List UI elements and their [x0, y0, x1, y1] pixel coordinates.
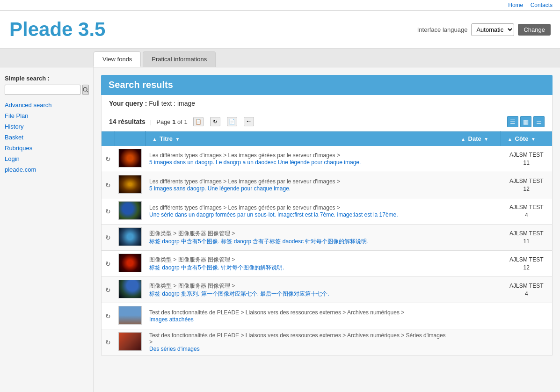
tab-practical-info[interactable]: Pratical informations — [143, 51, 216, 67]
row-title-link[interactable]: 标签 daogrp 中含有5个图像. 针对每个图像的解释说明. — [149, 264, 284, 271]
col-date-label: Date — [468, 135, 481, 142]
cote-value: AJLSM TEST12 — [505, 177, 549, 193]
row-action[interactable]: ↻ — [102, 146, 115, 172]
row-title-cell: Test des fonctionnalités de PLEADE > Lia… — [145, 303, 454, 329]
page-of: of — [177, 118, 182, 125]
row-thumbnail — [115, 172, 145, 198]
content-area: Search results Your query : Full text : … — [94, 67, 560, 392]
sidebar-item-advanced-search[interactable]: Advanced search — [5, 102, 88, 109]
pagination-left: 14 résultats | Page 1 of 1 📋 ↻ 📄 ↼ — [109, 117, 255, 126]
row-action[interactable]: ↻ — [102, 329, 115, 356]
col-title-header[interactable]: ▲ Titre ▼ — [145, 131, 454, 146]
sidebar: Simple search : Advanced search File Pla… — [0, 67, 94, 392]
basket-add-icon[interactable]: ↻ — [105, 181, 111, 189]
view-list-button[interactable]: ☰ — [507, 116, 518, 127]
cote-value: AJLSM TEST12 — [505, 256, 549, 272]
thumbnail-image — [118, 306, 142, 325]
row-breadcrumb: Les différents types d'images > Les imag… — [149, 178, 451, 185]
tab-bar: View fonds Pratical informations — [0, 49, 560, 67]
row-title-link[interactable]: Des séries d'images — [149, 346, 200, 352]
main-layout: Simple search : Advanced search File Pla… — [0, 67, 560, 392]
change-button[interactable]: Change — [518, 24, 551, 36]
cote-value: AJLSM TEST11 — [505, 151, 549, 167]
basket-add-icon[interactable]: ↻ — [105, 286, 111, 294]
row-title-link[interactable]: 5 images sans daogrp. Une légende pour c… — [149, 185, 291, 192]
col-date-header[interactable]: ▲ Date ▼ — [454, 131, 501, 146]
row-breadcrumb: Test des fonctionnalités de PLEADE > Lia… — [149, 309, 451, 316]
table-row: ↻ Les différents types d'images > Les im… — [102, 146, 553, 172]
sidebar-item-history[interactable]: History — [5, 123, 88, 130]
col-cote-label: Côte — [515, 135, 529, 142]
row-date — [454, 172, 501, 198]
home-link[interactable]: Home — [508, 2, 523, 8]
row-title-cell: 图像类型 > 图像服务器 图像管理 > 标签 daogrp 中含有5个图像. 针… — [145, 251, 454, 277]
sidebar-item-rubriques[interactable]: Rubriques — [5, 145, 88, 152]
table-row: ↻ 图像类型 > 图像服务器 图像管理 > 标签 daogrp 中含有5个图像.… — [102, 225, 553, 251]
row-title-link[interactable]: 标签 daogrp 批系列. 第一个图像对应第七个. 最后一个图像对应第十七个. — [149, 290, 329, 297]
page-info: Page 1 of 1 — [156, 118, 188, 125]
row-action[interactable]: ↻ — [102, 277, 115, 303]
row-thumbnail — [115, 329, 145, 356]
row-title-cell: 图像类型 > 图像服务器 图像管理 > 标签 daogrp 批系列. 第一个图像… — [145, 277, 454, 303]
page-next-button[interactable]: ↼ — [244, 117, 254, 126]
contacts-link[interactable]: Contacts — [531, 2, 553, 8]
row-breadcrumb: 图像类型 > 图像服务器 图像管理 > — [149, 256, 451, 264]
row-breadcrumb: 图像类型 > 图像服务器 图像管理 > — [149, 282, 451, 290]
basket-add-icon[interactable]: ↻ — [105, 260, 111, 268]
view-grid-button[interactable]: ▦ — [520, 116, 531, 127]
row-title-link[interactable]: Une série dans un daogrp formées par un … — [149, 211, 398, 218]
table-row: ↻ 图像类型 > 图像服务器 图像管理 > 标签 daogrp 中含有5个图像.… — [102, 251, 553, 277]
row-action[interactable]: ↻ — [102, 198, 115, 225]
basket-add-icon[interactable]: ↻ — [105, 312, 111, 320]
sidebar-item-login[interactable]: Login — [5, 155, 88, 162]
row-action[interactable]: ↻ — [102, 303, 115, 329]
cote-value: AJLSM TEST4 — [505, 203, 549, 219]
row-cote: AJLSM TEST4 — [501, 277, 553, 303]
row-title-link[interactable]: 标签 daogrp 中含有5个图像. 标签 daogrp 含有子标签 daode… — [149, 238, 369, 245]
svg-point-0 — [83, 87, 87, 91]
cote-sort-up-icon: ▲ — [508, 137, 512, 142]
row-date — [454, 198, 501, 225]
simple-search-label: Simple search : — [5, 75, 88, 82]
header: Pleade 3.5 Interface language Automatic … — [0, 11, 560, 49]
page-prev-button[interactable]: ↻ — [210, 117, 220, 126]
page-copy-button[interactable]: 📋 — [193, 117, 204, 126]
row-title-cell: Les différents types d'images > Les imag… — [145, 146, 454, 172]
row-action[interactable]: ↻ — [102, 225, 115, 251]
page-export-button[interactable]: 📄 — [227, 117, 237, 126]
row-breadcrumb: Les différents types d'images > Les imag… — [149, 204, 451, 211]
basket-add-icon[interactable]: ↻ — [105, 234, 111, 241]
row-thumbnail — [115, 225, 145, 251]
search-form — [5, 85, 88, 95]
cote-sort-down-icon: ▼ — [531, 137, 536, 142]
row-action[interactable]: ↻ — [102, 172, 115, 198]
col-cote-header[interactable]: ▲ Côte ▼ — [501, 131, 553, 146]
row-action[interactable]: ↻ — [102, 251, 115, 277]
sidebar-item-pleade-com[interactable]: pleade.com — [5, 166, 88, 173]
row-title-cell: Les différents types d'images > Les imag… — [145, 198, 454, 225]
row-cote: AJLSM TEST12 — [501, 172, 553, 198]
basket-add-icon[interactable]: ↻ — [105, 155, 111, 163]
row-title-link[interactable]: 5 images dans un daogrp. Le daogrp a un … — [149, 159, 361, 166]
basket-add-icon[interactable]: ↻ — [105, 339, 111, 346]
cote-value: AJLSM TEST4 — [505, 282, 549, 298]
svg-line-1 — [87, 91, 88, 93]
page-total: 1 — [184, 118, 188, 125]
sidebar-item-basket[interactable]: Basket — [5, 134, 88, 141]
basket-add-icon[interactable]: ↻ — [105, 208, 111, 215]
table-row: ↻ Les différents types d'images > Les im… — [102, 198, 553, 225]
tab-view-fonds[interactable]: View fonds — [94, 51, 141, 67]
thumbnail-image — [118, 332, 142, 351]
lang-label: Interface language — [417, 26, 468, 33]
row-date — [454, 329, 501, 356]
row-title-link[interactable]: Images attachées — [149, 316, 194, 323]
search-input[interactable] — [5, 85, 80, 95]
row-date — [454, 251, 501, 277]
thumbnail-image — [118, 175, 142, 194]
search-go-button[interactable] — [82, 85, 89, 95]
sidebar-item-file-plan[interactable]: File Plan — [5, 112, 88, 119]
page-label: Page — [156, 118, 170, 125]
pagination-bar: 14 résultats | Page 1 of 1 📋 ↻ 📄 ↼ ☰ ▦ ⚌ — [101, 112, 553, 131]
view-detail-button[interactable]: ⚌ — [533, 116, 545, 127]
lang-select[interactable]: Automatic English Français — [471, 23, 514, 36]
